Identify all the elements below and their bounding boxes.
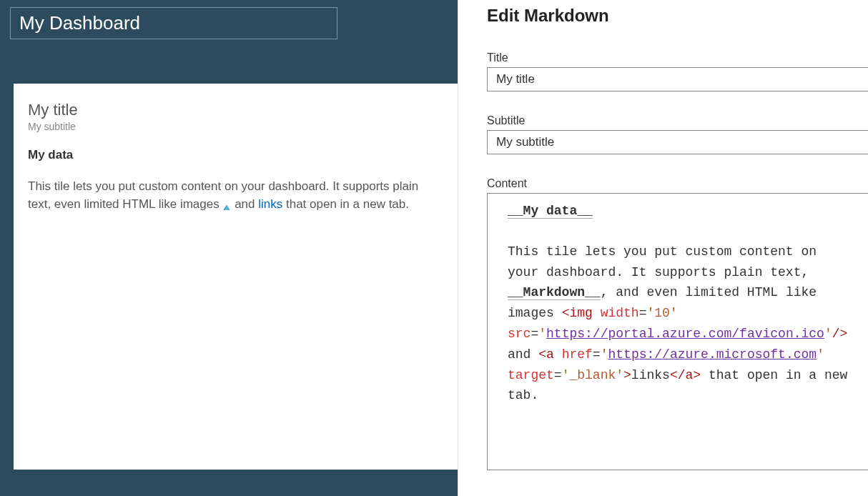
a-href-eq: = [593, 347, 601, 362]
tile-body: This tile lets you put custom content on… [28, 178, 443, 213]
tile-link[interactable]: links [258, 197, 282, 211]
title-label: Title [487, 51, 868, 64]
img-src-url: https://portal.azure.com/favicon.ico [546, 327, 824, 341]
md-underscore-close: __ [577, 204, 593, 218]
a-href-attr: href [562, 347, 593, 362]
tile-data-heading: My data [28, 148, 443, 162]
dashboard-canvas: My Dashboard My title My subtitle My dat… [0, 0, 458, 496]
subtitle-input[interactable] [487, 130, 868, 154]
panel-heading: Edit Markdown [487, 6, 868, 26]
subtitle-label: Subtitle [487, 114, 868, 127]
content-label: Content [487, 177, 868, 190]
azure-icon [222, 200, 231, 209]
img-src-q1: ' [538, 327, 546, 341]
img-tag-open: <img [562, 306, 593, 320]
img-tag-close: /> [832, 327, 848, 341]
edit-markdown-panel: Edit Markdown Title Subtitle Content __M… [458, 0, 868, 496]
a-href-q1: ' [601, 347, 608, 362]
img-eq: = [639, 306, 647, 320]
md-para-prefix: This tile lets you put custom content on… [508, 244, 817, 279]
md-bold-close: __ [585, 285, 601, 299]
tile-title: My title [28, 101, 443, 119]
content-editor[interactable]: __My data__ This tile lets you put custo… [487, 193, 868, 470]
a-target-eq: = [554, 368, 562, 382]
md-and: and [508, 347, 538, 362]
tile-subtitle: My subtitle [28, 121, 443, 132]
a-target-val: '_blank' [562, 368, 623, 382]
md-bold-open: __ [508, 285, 523, 299]
tile-body-suffix: that open in a new tab. [282, 197, 409, 211]
title-input[interactable] [487, 67, 868, 91]
dashboard-title-input[interactable]: My Dashboard [10, 7, 337, 39]
a-href-q2: ' [817, 347, 824, 362]
a-tag-open: <a [538, 347, 554, 362]
img-src-q2: ' [824, 327, 832, 341]
img-width-val: '10' [646, 306, 677, 320]
img-src-attr: src [508, 327, 531, 341]
tile-body-mid: and [231, 197, 258, 211]
img-src-eq: = [531, 327, 538, 341]
md-heading-text: My data [523, 204, 578, 218]
a-target-attr: target [508, 368, 554, 382]
a-gt: > [623, 368, 631, 382]
md-underscore-open: __ [508, 204, 523, 218]
a-close-tag: </a> [670, 368, 701, 382]
a-href-url: https://azure.microsoft.com [608, 347, 817, 362]
a-inner-text: links [631, 368, 670, 382]
md-bold-text: Markdown [523, 285, 585, 299]
img-width-attr: width [593, 306, 639, 320]
markdown-tile[interactable]: My title My subtitle My data This tile l… [14, 84, 458, 470]
